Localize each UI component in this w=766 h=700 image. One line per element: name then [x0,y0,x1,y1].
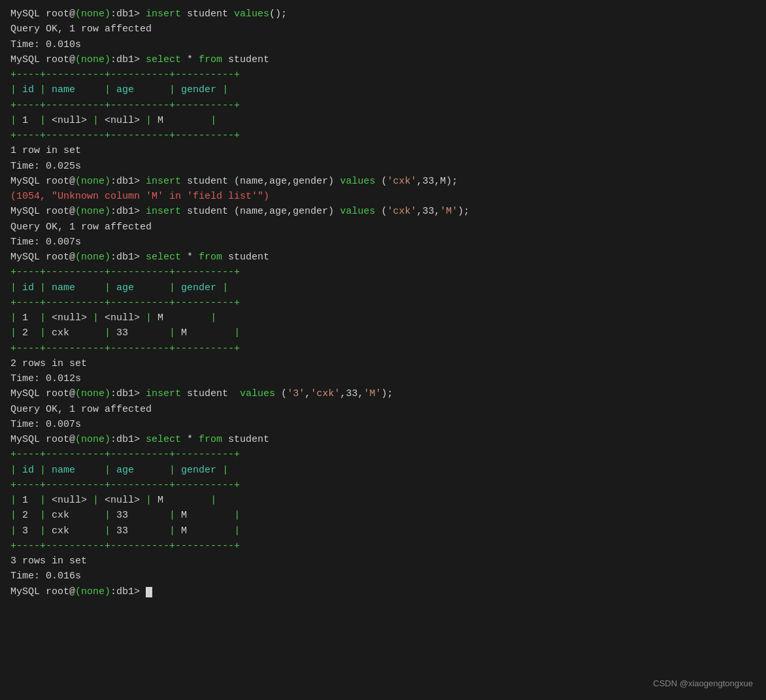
line-20: | id | name | age | gender | [10,280,756,295]
line-13: MySQL root@(none):db1> insert student (n… [10,174,756,189]
line-11: 1 row in set [10,143,756,158]
watermark: CSDN @xiaogengtongxue [653,678,753,688]
line-41: Time: 0.016s [10,569,756,584]
line-9: +----+----------+----------+----------+ [10,128,756,143]
terminal-output: MySQL root@(none):db1> insert student va… [10,7,756,599]
line-2: Query OK, 1 row affected [10,22,756,37]
line-12: Time: 0.025s [10,159,756,174]
line-33: | id | name | age | gender | [10,463,756,478]
line-40: 3 rows in set [10,554,756,569]
line-37: | 3 | cxk | 33 | M | [10,524,756,539]
line-17: Time: 0.007s [10,235,756,250]
line-18: MySQL root@(none):db1> select * from stu… [10,250,756,265]
line-15: MySQL root@(none):db1> insert student (n… [10,204,756,219]
line-29: Query OK, 1 row affected [10,402,756,417]
line-4: MySQL root@(none):db1> select * from stu… [10,52,756,67]
line-19: +----+----------+----------+----------+ [10,265,756,280]
line-26: 2 rows in set [10,356,756,371]
line-1: MySQL root@(none):db1> insert student va… [10,7,756,22]
line-8: | 1 | <null> | <null> | M | [10,113,756,128]
line-38: +----+----------+----------+----------+ [10,539,756,554]
line-30: Time: 0.007s [10,417,756,432]
line-21: +----+----------+----------+----------+ [10,295,756,310]
line-22: | 1 | <null> | <null> | M | [10,310,756,325]
line-23: | 2 | cxk | 33 | M | [10,325,756,341]
line-14: (1054, "Unknown column 'M' in 'field lis… [10,189,756,204]
line-35: | 1 | <null> | <null> | M | [10,493,756,508]
line-3: Time: 0.010s [10,37,756,52]
line-16: Query OK, 1 row affected [10,220,756,235]
line-31: MySQL root@(none):db1> select * from stu… [10,432,756,447]
line-27: Time: 0.012s [10,371,756,386]
line-6: | id | name | age | gender | [10,82,756,97]
line-32: +----+----------+----------+----------+ [10,447,756,462]
line-34: +----+----------+----------+----------+ [10,478,756,493]
line-28: MySQL root@(none):db1> insert student va… [10,386,756,401]
line-5: +----+----------+----------+----------+ [10,67,756,82]
line-7: +----+----------+----------+----------+ [10,98,756,113]
line-24: +----+----------+----------+----------+ [10,341,756,356]
line-42: MySQL root@(none):db1> [10,584,756,599]
line-36: | 2 | cxk | 33 | M | [10,508,756,523]
